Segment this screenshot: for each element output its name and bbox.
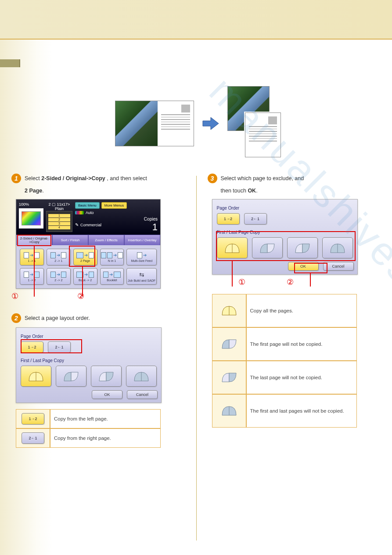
panel-body: ➔ 1 -> 1 ➔ 2 -> 1 ➔ 2 Page ➔ N in 1: [16, 245, 160, 288]
cancel-button[interactable]: Cancel: [323, 262, 354, 271]
flpc-skip-first-button[interactable]: [252, 237, 283, 258]
book-open-left-icon: [97, 370, 115, 383]
two-page-icon: ➔: [76, 252, 94, 258]
book-open-none-icon: [133, 370, 150, 383]
hero-illustration: [115, 86, 280, 161]
step-3-text-line1: Select which page to exclude, and: [221, 175, 304, 181]
table-row: 2←1 Copy from the right page.: [16, 428, 161, 448]
tray-2[interactable]: 2: [48, 218, 70, 221]
copies-count: 1: [152, 221, 158, 232]
btn-job-build-sadf[interactable]: ⇆ Job Build and SADF: [126, 268, 157, 285]
page-order-2-1-button[interactable]: 2←1: [244, 213, 267, 225]
tray-3[interactable]: 3: [48, 222, 70, 225]
btn-2-page-label: 2 Page: [80, 259, 90, 262]
tray-1[interactable]: 1: [48, 214, 70, 218]
step-1-row: 1 Select 2-Sided / Original->Copy , and …: [11, 174, 185, 183]
rainbow-icon: [22, 211, 41, 225]
table-row: 1→2 Copy from the left page.: [16, 409, 161, 428]
first-last-dialog: Page Order 1→2 2←1 First / Last Page Cop…: [212, 199, 358, 275]
plain-label: Plain: [55, 207, 64, 211]
page-order-1-2-button[interactable]: 1→2: [21, 341, 43, 353]
step1-sep: , and then select: [107, 175, 147, 181]
book-open-right-icon: [62, 370, 80, 383]
flpc-explanation-table: Copy all the pages. The first page will …: [212, 294, 357, 428]
one-to-two-icon: ➔: [24, 272, 40, 278]
panel-tabs: 2-Sided / Original->Copy Sort / Finish Z…: [16, 235, 160, 245]
book-open-left-icon: [294, 241, 311, 254]
btn-n-in-1-label: N in 1: [108, 259, 116, 262]
btn-2-to-1[interactable]: ➔ 2 -> 1: [47, 249, 71, 265]
callout-marker-1: ①: [238, 277, 245, 287]
step-1-number: 1: [11, 174, 21, 183]
first-last-page-copy-label: First / Last Page Copy: [21, 358, 157, 363]
table-row: Copy all the pages.: [212, 294, 357, 327]
commercial-label: Commercial: [80, 223, 101, 227]
table-cell-text: Copy all the pages.: [246, 294, 357, 327]
table-cell-text: Copy from the right page.: [50, 428, 161, 448]
cancel-button[interactable]: Cancel: [127, 390, 158, 399]
step-3-text-line2: then touch OK.: [221, 188, 381, 194]
btn-multi-size-feed[interactable]: ➔ Multi-Size Feed: [126, 249, 157, 265]
flpc-skip-last-button[interactable]: [91, 366, 122, 387]
chip-1-2-label: 1→2: [29, 417, 37, 421]
more-menus-button[interactable]: More Menus: [101, 202, 127, 209]
btn-2-to-1-label: 2 -> 1: [54, 259, 62, 262]
btn-booklet[interactable]: ➔ Booklet: [100, 268, 124, 285]
btn-2-to-2[interactable]: ➔ 2 -> 2: [47, 268, 71, 285]
step-3-number: 3: [208, 174, 217, 183]
chip-1-2-icon-cell: 1→2: [22, 413, 44, 424]
ok-button[interactable]: OK: [288, 262, 319, 271]
text-page-icon: [158, 101, 194, 146]
tab-2sided-original-copy[interactable]: 2-Sided / Original->Copy: [16, 235, 52, 245]
document-type-icon: ✎: [75, 222, 79, 227]
output-text-page-icon: [245, 112, 281, 157]
tab-zoom-effects[interactable]: Zoom / Effects: [88, 235, 124, 245]
btn-2-page[interactable]: ➔ 2 Page: [73, 249, 97, 265]
btn-1-to-2[interactable]: ➔ 1 -> 2: [20, 268, 44, 285]
two-to-two-icon: ➔: [50, 272, 66, 278]
arrow-right-icon: [202, 115, 219, 132]
step1-leader: Select: [25, 175, 40, 181]
flpc-all-button[interactable]: [21, 366, 51, 387]
btn-1-to-1[interactable]: ➔ 1 -> 1: [20, 249, 44, 265]
callout-marker-2: ②: [77, 291, 84, 301]
flpc-skip-last-button[interactable]: [287, 237, 318, 258]
page-order-1-2-button[interactable]: 1→2: [217, 213, 240, 225]
flpc-skip-both-button[interactable]: [322, 237, 353, 258]
left-column: 1 Select 2-Sided / Original->Copy , and …: [0, 174, 196, 551]
btn-multi-size-feed-label: Multi-Size Feed: [131, 259, 152, 262]
btn-1-to-2-label: 1 -> 2: [28, 279, 36, 282]
book-to-2-icon: ➔: [76, 272, 94, 278]
step3-ok-ref: OK: [248, 188, 256, 194]
page-header-band: [0, 0, 392, 39]
page-order-label: Page Order: [217, 206, 353, 210]
two-to-one-icon: ➔: [50, 252, 66, 258]
tray-4[interactable]: 4: [48, 226, 70, 229]
table-cell-text: The first and last pages will not be cop…: [246, 394, 357, 428]
flpc-skip-both-button[interactable]: [126, 366, 157, 387]
basic-menu-button[interactable]: Basic Menu: [75, 202, 100, 209]
table-row: The first and last pages will not be cop…: [212, 394, 357, 428]
table-row: The last page will not be copied.: [212, 361, 357, 394]
btn-book-to-2[interactable]: ➔ Book -> 2: [73, 268, 97, 285]
btn-1-to-1-label: 1 -> 1: [28, 259, 36, 262]
multi-size-icon: ➔: [137, 252, 147, 258]
btn-n-in-1[interactable]: ➔ N in 1: [100, 249, 124, 265]
page-order-2-1-button[interactable]: 2←1: [48, 341, 71, 353]
tab-insertion-overlay[interactable]: Insertion / Overlay: [124, 235, 160, 245]
step-1-text: Select 2-Sided / Original->Copy , and th…: [25, 175, 147, 181]
step-2-number: 2: [11, 313, 21, 323]
flpc-all-button[interactable]: [217, 237, 248, 258]
booklet-icon: ➔: [103, 272, 121, 278]
section-tab: [0, 59, 20, 67]
ok-button[interactable]: OK: [92, 390, 122, 399]
zoom-indicator: 100%: [19, 202, 43, 207]
job-build-icon: ⇆: [139, 271, 144, 278]
one-to-one-icon: ➔: [24, 252, 40, 258]
tab-sort-finish[interactable]: Sort / Finish: [52, 235, 88, 245]
btn-job-build-sadf-label: Job Build and SADF: [128, 279, 155, 282]
book-open-right-icon: [259, 241, 276, 254]
tray-drawer-widget[interactable]: 1 2 3 4: [46, 211, 72, 232]
tray-size-label: 2 ▢ 11x17>: [49, 202, 70, 207]
flpc-skip-first-button[interactable]: [56, 366, 86, 387]
